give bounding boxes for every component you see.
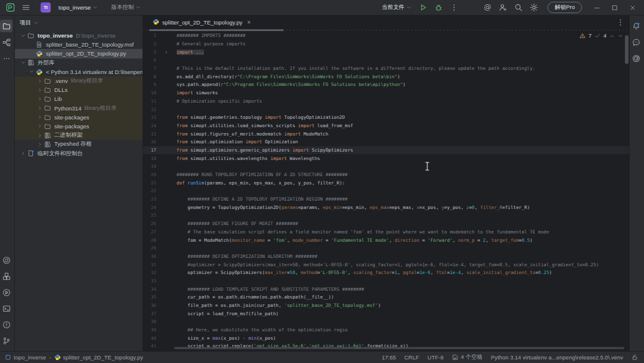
line-number[interactable]: 11 (143, 99, 156, 104)
line-number[interactable]: 27 (143, 229, 156, 235)
line-number[interactable]: 23 (143, 196, 156, 202)
tree-item[interactable]: Lib (15, 94, 143, 103)
line-number[interactable]: 12 (143, 107, 156, 112)
chevron-down-icon[interactable] (28, 69, 35, 74)
code-line-36[interactable]: 36 file_path = os.path.join(cur_path, 's… (143, 302, 629, 310)
vcs-widget[interactable]: 版本控制 (109, 2, 143, 13)
line-number[interactable]: 18 (143, 156, 156, 161)
code-line-2[interactable]: 2# General purpose imports (143, 40, 629, 48)
code-line-16[interactable]: 16from simopt.optimization import Optimi… (143, 138, 629, 146)
tree-item[interactable]: 二进制框架 (15, 131, 143, 140)
services-icon[interactable] (0, 286, 13, 299)
code-line-37[interactable]: 37 script = load_from_msf(file_path) (143, 309, 629, 318)
chevron-right-icon[interactable] (20, 151, 27, 156)
line-number[interactable]: 35 (143, 294, 156, 300)
line-number[interactable]: 30 (143, 254, 156, 259)
project-panel-header[interactable]: 项目 (15, 16, 143, 30)
chevron-right-icon[interactable] (36, 124, 44, 128)
code-line-11[interactable]: 11# Optimization specific imports (143, 97, 629, 106)
tree-item[interactable]: site-packages (15, 113, 143, 122)
file-encoding[interactable]: UTF-8 (428, 354, 444, 361)
line-number[interactable]: 24 (143, 205, 156, 210)
code-line-20[interactable]: 20######## RUNS TOPOLOGY OPTIMIZATION OF… (143, 171, 629, 179)
maximize-button[interactable] (607, 1, 623, 14)
learn-icon[interactable] (630, 52, 642, 64)
fold-marker-icon[interactable]: › (156, 50, 177, 55)
close-tab-icon[interactable]: × (247, 19, 251, 26)
line-number[interactable]: 13 (143, 115, 156, 120)
line-number[interactable]: 22 (143, 188, 156, 193)
code-with-me-icon[interactable] (496, 2, 509, 14)
code-line-13[interactable]: 13from simopt.geometries.topology import… (143, 113, 629, 122)
inspections-widget[interactable]: 7 4 (577, 32, 626, 39)
project-switcher[interactable]: topo_inverse (56, 3, 100, 12)
tab-scrollbar-thumb[interactable] (149, 29, 284, 31)
code-line-3[interactable]: 3›import ... (143, 48, 629, 56)
line-number[interactable]: 6 (143, 57, 156, 63)
line-number[interactable]: 32 (143, 270, 156, 275)
code-line-31[interactable]: 31 #optimizer = ScipyOptimizers(max_iter… (143, 260, 629, 269)
line-number[interactable]: 41 (143, 343, 156, 349)
code-line-39[interactable]: 39 ## Here, we substitute the width of t… (143, 326, 629, 334)
line-number[interactable]: 25 (143, 213, 156, 218)
structure-icon[interactable] (0, 36, 13, 48)
line-number[interactable]: 37 (143, 311, 156, 316)
code-line-23[interactable]: 23 ######## DEFINE A 2D TOPOLOGY OPTIMIZ… (143, 195, 629, 204)
lock-icon[interactable] (631, 354, 638, 361)
tree-item[interactable]: .venvlibrary根目录 (15, 76, 143, 85)
editor-tab[interactable]: splitter_opt_2D_TE_topology.py × (149, 16, 254, 29)
line-number[interactable]: 1 (143, 33, 156, 38)
code-line-29[interactable]: 29 (143, 244, 629, 253)
chevron-right-icon[interactable] (36, 79, 44, 84)
code-line-9[interactable]: 9sys.path.append(r"C:\Program Files\SimW… (143, 81, 629, 89)
caret-position[interactable]: 17:65 (382, 354, 396, 361)
python-packages-icon[interactable] (0, 270, 13, 282)
editor-vscrollbar[interactable] (625, 35, 628, 64)
more-actions-icon[interactable] (447, 2, 460, 14)
line-number[interactable]: 21 (143, 180, 156, 186)
debug-button[interactable] (432, 2, 445, 14)
tree-item[interactable]: 临时文件和控制台 (15, 149, 143, 158)
chevron-right-icon[interactable] (36, 142, 44, 147)
code-line-1[interactable]: 1######## IMPORTS ######## (143, 32, 629, 40)
line-number[interactable]: 20 (143, 172, 156, 177)
prev-problem-icon[interactable] (609, 33, 615, 39)
code-line-26[interactable]: 26 ######## DEFINE FIGURE OF MERIT #####… (143, 220, 629, 228)
code-line-38[interactable]: 38 (143, 318, 629, 326)
tree-item[interactable]: splitter_opt_2D_TE_topology.py (15, 49, 143, 58)
tree-item[interactable]: Typeshed 存根 (15, 140, 143, 149)
project-avatar[interactable]: TI (41, 2, 51, 13)
code-line-8[interactable]: 8os.add_dll_directory(r"C:\Program Files… (143, 72, 629, 81)
line-number[interactable]: 36 (143, 303, 156, 308)
tree-item[interactable]: DLLs (15, 85, 143, 94)
code-line-22[interactable]: 22 (143, 187, 629, 195)
settings-gear-icon[interactable] (527, 2, 540, 14)
chevron-right-icon[interactable] (36, 88, 44, 93)
main-menu-icon[interactable] (19, 2, 32, 14)
run-button[interactable] (416, 2, 429, 14)
run-config-selector[interactable]: 当前文件 (379, 2, 414, 13)
line-number[interactable]: 7 (143, 66, 156, 71)
code-line-40[interactable]: 40 size_x = max(x_pos) - min(x_pos) (143, 334, 629, 342)
tree-item[interactable]: Python314library根目录 (15, 104, 143, 113)
breadcrumb-project[interactable]: topo_inverse (5, 354, 46, 361)
code-line-14[interactable]: 14from simopt.utilities.load_simworks_sc… (143, 122, 629, 130)
version-control-icon[interactable] (0, 334, 13, 347)
line-number[interactable]: 26 (143, 221, 156, 226)
line-number[interactable]: 40 (143, 336, 156, 341)
interpreter-widget[interactable]: Python 3.14 virtualenv a...enpeng\releas… (491, 354, 623, 361)
code-line-18[interactable]: 18from simopt.utilities.wavelengths impo… (143, 154, 629, 162)
at-mention-icon[interactable]: @ (481, 2, 494, 14)
line-number[interactable]: 19 (143, 164, 156, 169)
line-separator[interactable]: CRLF (404, 354, 419, 361)
code-line-32[interactable]: 32 optimizer = ScipyOptimizers(max_iter=… (143, 269, 629, 277)
terminal-icon[interactable] (0, 302, 13, 315)
minimize-button[interactable] (589, 1, 605, 14)
code-line-12[interactable]: 12 (143, 105, 629, 113)
code-line-27[interactable]: 27 # The base simulation script defines … (143, 228, 629, 236)
line-number[interactable]: 33 (143, 278, 156, 284)
tree-item[interactable]: < Python 3.14 virtualenv at D:\lisenpeng… (15, 67, 143, 76)
chevron-right-icon[interactable] (36, 106, 44, 110)
close-window-button[interactable] (625, 1, 640, 14)
line-number[interactable]: 9 (143, 82, 156, 87)
